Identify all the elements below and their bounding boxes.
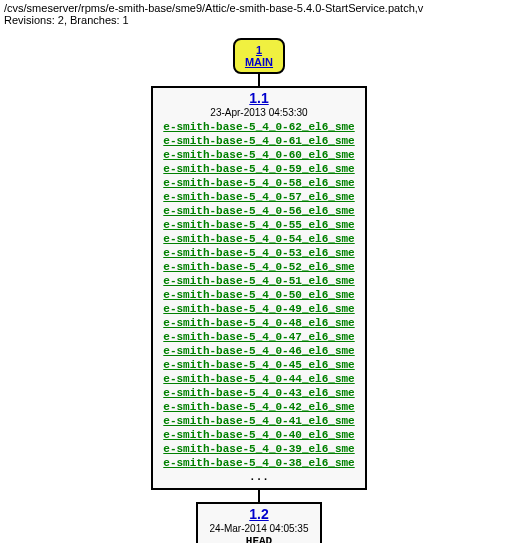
tag-link[interactable]: e-smith-base-5_4_0-48_el6_sme bbox=[159, 316, 359, 330]
tag-link[interactable]: e-smith-base-5_4_0-52_el6_sme bbox=[159, 260, 359, 274]
tag-link[interactable]: e-smith-base-5_4_0-42_el6_sme bbox=[159, 400, 359, 414]
revision-node-2: 1.2 24-Mar-2014 04:05:35 HEAD bbox=[0, 502, 518, 543]
tag-link[interactable]: e-smith-base-5_4_0-58_el6_sme bbox=[159, 176, 359, 190]
revision-2-link[interactable]: 1.2 bbox=[210, 506, 309, 522]
tag-link[interactable]: e-smith-base-5_4_0-57_el6_sme bbox=[159, 190, 359, 204]
tag-link[interactable]: e-smith-base-5_4_0-38_el6_sme bbox=[159, 456, 359, 470]
revision-box-2: 1.2 24-Mar-2014 04:05:35 HEAD bbox=[196, 502, 323, 543]
tag-link[interactable]: e-smith-base-5_4_0-39_el6_sme bbox=[159, 442, 359, 456]
tag-link[interactable]: e-smith-base-5_4_0-45_el6_sme bbox=[159, 358, 359, 372]
tag-link[interactable]: e-smith-base-5_4_0-61_el6_sme bbox=[159, 134, 359, 148]
tag-link[interactable]: e-smith-base-5_4_0-62_el6_sme bbox=[159, 120, 359, 134]
tag-link[interactable]: e-smith-base-5_4_0-55_el6_sme bbox=[159, 218, 359, 232]
tag-link[interactable]: e-smith-base-5_4_0-60_el6_sme bbox=[159, 148, 359, 162]
tag-link[interactable]: e-smith-base-5_4_0-53_el6_sme bbox=[159, 246, 359, 260]
connector-line bbox=[258, 490, 260, 502]
tag-link[interactable]: e-smith-base-5_4_0-59_el6_sme bbox=[159, 162, 359, 176]
revision-1-link[interactable]: 1.1 bbox=[159, 90, 359, 106]
revision-2-date: 24-Mar-2014 04:05:35 bbox=[210, 523, 309, 534]
header: /cvs/smeserver/rpms/e-smith-base/sme9/At… bbox=[0, 0, 518, 28]
tag-link[interactable]: e-smith-base-5_4_0-43_el6_sme bbox=[159, 386, 359, 400]
tag-link[interactable]: e-smith-base-5_4_0-49_el6_sme bbox=[159, 302, 359, 316]
connector-line bbox=[258, 74, 260, 86]
head-label: HEAD bbox=[210, 535, 309, 543]
tag-link[interactable]: e-smith-base-5_4_0-41_el6_sme bbox=[159, 414, 359, 428]
tags-ellipsis: ... bbox=[159, 470, 359, 484]
tag-link[interactable]: e-smith-base-5_4_0-47_el6_sme bbox=[159, 330, 359, 344]
revisions-summary: Revisions: 2, Branches: 1 bbox=[4, 14, 514, 26]
revision-diagram: 1 MAIN 1.1 23-Apr-2013 04:53:30 e-smith-… bbox=[0, 28, 518, 543]
tag-link[interactable]: e-smith-base-5_4_0-50_el6_sme bbox=[159, 288, 359, 302]
revision-node-1: 1.1 23-Apr-2013 04:53:30 e-smith-base-5_… bbox=[0, 86, 518, 490]
tag-link[interactable]: e-smith-base-5_4_0-51_el6_sme bbox=[159, 274, 359, 288]
tag-link[interactable]: e-smith-base-5_4_0-46_el6_sme bbox=[159, 344, 359, 358]
tag-link[interactable]: e-smith-base-5_4_0-44_el6_sme bbox=[159, 372, 359, 386]
tag-link[interactable]: e-smith-base-5_4_0-56_el6_sme bbox=[159, 204, 359, 218]
tag-link[interactable]: e-smith-base-5_4_0-40_el6_sme bbox=[159, 428, 359, 442]
revision-box-1: 1.1 23-Apr-2013 04:53:30 e-smith-base-5_… bbox=[151, 86, 367, 490]
branch-label: MAIN bbox=[245, 56, 273, 68]
revision-1-date: 23-Apr-2013 04:53:30 bbox=[159, 107, 359, 118]
branch-number: 1 bbox=[256, 44, 262, 56]
file-path: /cvs/smeserver/rpms/e-smith-base/sme9/At… bbox=[4, 2, 514, 14]
revision-1-tags: e-smith-base-5_4_0-62_el6_smee-smith-bas… bbox=[159, 120, 359, 470]
tag-link[interactable]: e-smith-base-5_4_0-54_el6_sme bbox=[159, 232, 359, 246]
branch-main-link[interactable]: 1 MAIN bbox=[233, 38, 285, 74]
branch-node: 1 MAIN bbox=[0, 38, 518, 74]
